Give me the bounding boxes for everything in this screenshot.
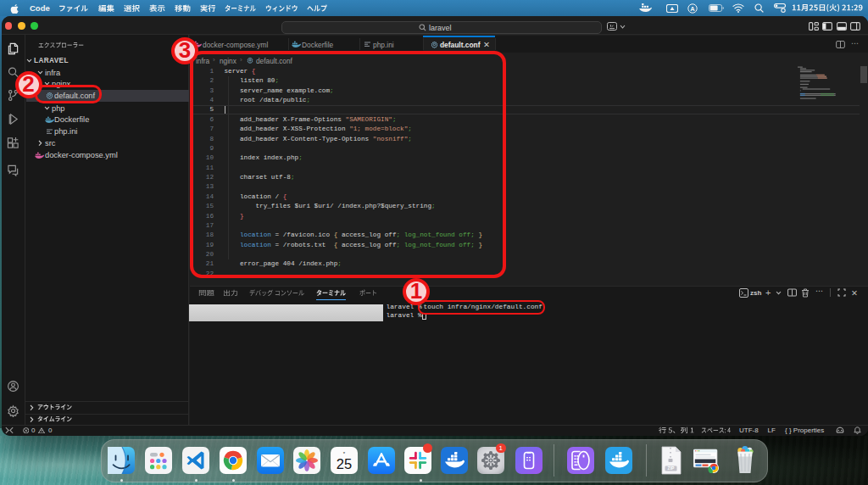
svg-text:25: 25 xyxy=(337,455,352,471)
svg-text:ZIP: ZIP xyxy=(668,465,675,471)
